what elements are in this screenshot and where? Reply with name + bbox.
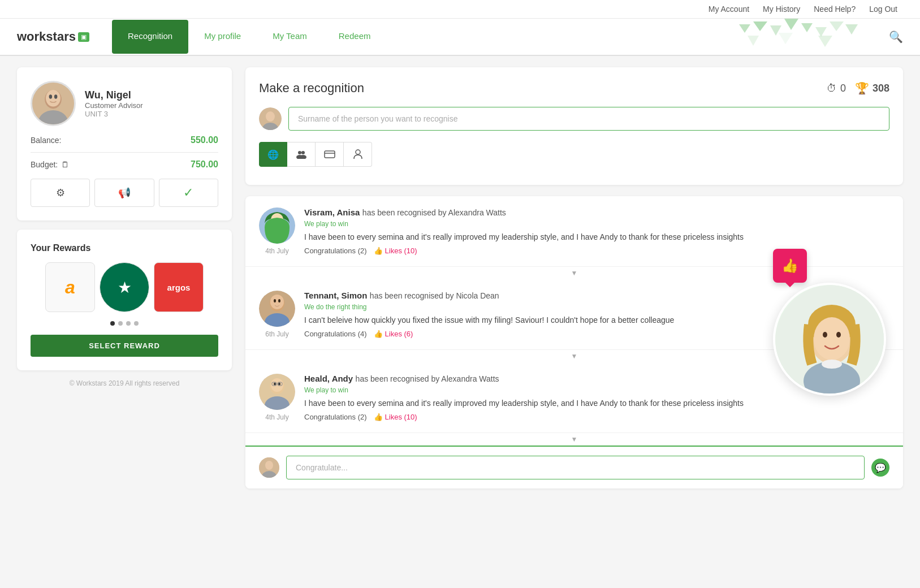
dot-2[interactable]	[118, 321, 123, 326]
thumbs-up-icon: 👍	[374, 247, 383, 255]
decorative-triangles	[705, 19, 863, 56]
filter-tabs: 🌐	[259, 142, 889, 167]
svg-marker-0	[739, 24, 750, 33]
recognition-title: Make a recognition	[259, 81, 364, 96]
svg-point-15	[49, 94, 53, 98]
balance-label: Balance:	[31, 136, 61, 145]
copyright: © Workstars 2019 All rights reserved	[17, 379, 232, 387]
svg-point-35	[274, 299, 276, 302]
sidebar: Wu, Nigel Customer Advisor UNIT 3 Balanc…	[17, 67, 232, 488]
dot-4[interactable]	[134, 321, 139, 326]
user-avatar	[31, 81, 76, 126]
feed-date-3: 4th July	[265, 413, 288, 421]
timer-icon: ⏱	[827, 83, 837, 94]
check-button[interactable]: ✓	[159, 179, 218, 207]
my-account-link[interactable]: My Account	[709, 5, 749, 14]
filter-card[interactable]	[316, 142, 344, 167]
dot-3[interactable]	[126, 321, 131, 326]
amazon-logo: a	[65, 277, 75, 298]
timer-value: 0	[840, 83, 846, 94]
feed-text-1: I have been to every semina and it's rea…	[304, 231, 889, 243]
likes-btn-2[interactable]: 👍 Likes (6)	[374, 330, 413, 338]
user-card: Wu, Nigel Customer Advisor UNIT 3 Balanc…	[17, 67, 232, 220]
recognition-header: Make a recognition ⏱ 0 🏆 308	[259, 81, 889, 96]
expand-item-3[interactable]: ▼	[245, 433, 903, 446]
starbucks-logo: ★	[118, 278, 132, 297]
feed-content-1: Visram, Anisa has been recognised by Ale…	[304, 207, 889, 255]
feed-avatar-2	[259, 291, 295, 327]
congratulate-input[interactable]	[286, 456, 865, 479]
congratulations-btn-3[interactable]: Congratulations (2)	[304, 413, 367, 421]
my-history-link[interactable]: My History	[763, 5, 800, 14]
rewards-title: Your Rewards	[31, 243, 218, 253]
congratulations-btn-1[interactable]: Congratulations (2)	[304, 247, 367, 255]
nav-my-team[interactable]: My Team	[257, 20, 323, 54]
likes-btn-1[interactable]: 👍 Likes (10)	[374, 247, 417, 255]
congratulations-btn-2[interactable]: Congratulations (4)	[304, 330, 367, 338]
svg-marker-1	[753, 21, 767, 31]
svg-marker-6	[830, 21, 844, 31]
logo-text: workstars	[17, 29, 76, 44]
svg-point-18	[266, 111, 275, 122]
svg-point-41	[274, 383, 276, 386]
megaphone-button[interactable]: 📢	[94, 179, 154, 207]
svg-marker-10	[818, 36, 832, 47]
search-icon[interactable]: 🔍	[889, 30, 903, 44]
argos-logo: argos	[167, 283, 191, 292]
balance-value: 550.00	[191, 135, 218, 145]
points-stat: 🏆 308	[855, 81, 889, 95]
thumbs-up-icon-3: 👍	[374, 413, 383, 421]
search-row	[259, 107, 889, 131]
user-role: Customer Advisor	[85, 101, 143, 110]
feed-recognized-3: has been recognised by Alexandra Watts	[356, 374, 499, 383]
feed-actions-3: Congratulations (2) 👍 Likes (10)	[304, 413, 889, 421]
feed-date-1: 4th July	[265, 247, 288, 255]
rewards-grid: a ★ argos	[31, 262, 218, 312]
rewards-card: Your Rewards a ★ argos SELECT REWARD	[17, 230, 232, 370]
starbucks-reward[interactable]: ★	[100, 262, 149, 312]
likes-btn-3[interactable]: 👍 Likes (10)	[374, 413, 417, 421]
points-value: 308	[873, 83, 889, 94]
nav-redeem[interactable]: Redeem	[323, 20, 387, 54]
assistant-bubble	[773, 283, 886, 396]
feed-text-3: I have been to every semina and it's rea…	[304, 397, 889, 409]
svg-point-20	[298, 151, 301, 154]
svg-point-52	[814, 317, 850, 360]
need-help-link[interactable]: Need Help?	[814, 5, 856, 14]
svg-point-47	[265, 461, 273, 470]
user-name: Wu, Nigel	[85, 89, 143, 101]
filter-person[interactable]	[344, 142, 372, 167]
send-button[interactable]: 💬	[871, 459, 889, 477]
budget-value: 750.00	[191, 159, 218, 170]
budget-label: Budget: 🗒	[31, 160, 69, 169]
svg-point-53	[823, 332, 827, 338]
svg-point-26	[356, 150, 360, 154]
settings-button[interactable]: ⚙	[31, 179, 90, 207]
svg-point-14	[46, 90, 61, 107]
congratulate-row: 💬	[245, 446, 903, 488]
svg-point-40	[271, 378, 283, 392]
feed-tag-1: We play to win	[304, 220, 889, 228]
select-reward-button[interactable]: SELECT REWARD	[31, 335, 218, 357]
trophy-icon: 🏆	[855, 81, 869, 95]
recognition-stats: ⏱ 0 🏆 308	[827, 81, 889, 95]
logo-icon: ▣	[78, 32, 89, 42]
log-out-link[interactable]: Log Out	[869, 5, 897, 14]
svg-point-21	[301, 151, 305, 154]
filter-global[interactable]: 🌐	[259, 142, 287, 167]
congratulate-avatar	[259, 457, 279, 478]
filter-team[interactable]	[287, 142, 316, 167]
feed-recognized-2: has been recognised by Nicola Dean	[370, 291, 499, 300]
search-recognition-input[interactable]	[288, 107, 889, 131]
svg-marker-3	[784, 19, 798, 30]
recognition-panel: Make a recognition ⏱ 0 🏆 308	[245, 67, 903, 185]
dot-1[interactable]	[110, 321, 115, 326]
budget-row: Budget: 🗒 750.00	[31, 159, 218, 170]
argos-reward[interactable]: argos	[154, 262, 204, 312]
feed-name-2: Tennant, Simon	[304, 291, 367, 300]
amazon-reward[interactable]: a	[45, 262, 95, 312]
svg-point-36	[278, 299, 280, 302]
nav-my-profile[interactable]: My profile	[188, 20, 257, 54]
nav-recognition[interactable]: Recognition	[112, 20, 188, 54]
timer-stat: ⏱ 0	[827, 83, 846, 94]
